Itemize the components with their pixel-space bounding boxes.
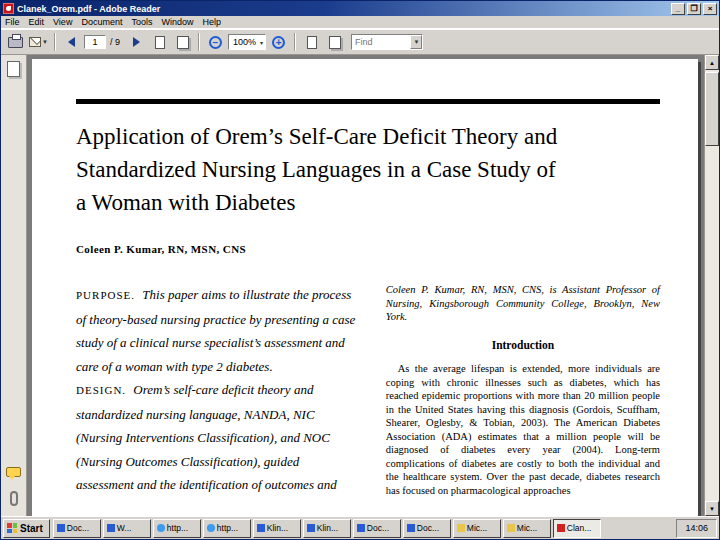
find-options-button[interactable]: ▼ bbox=[410, 35, 422, 49]
document-view[interactable]: Application of Orem’s Self-Care Deficit … bbox=[27, 55, 704, 516]
main-toolbar: ▼ / 9 − 100% ▾ + ▼ bbox=[1, 29, 719, 55]
menu-window[interactable]: Window bbox=[161, 17, 193, 27]
fit-width-icon bbox=[307, 36, 317, 49]
taskbar-button[interactable]: Doc... bbox=[53, 519, 101, 538]
scroll-up-button[interactable]: ▲ bbox=[705, 55, 719, 70]
taskbar-button[interactable]: http... bbox=[203, 519, 251, 538]
design-text: Orem’s self-care deficit theory and stan… bbox=[76, 382, 337, 492]
article-author: Coleen P. Kumar, RN, MSN, CNS bbox=[76, 243, 660, 255]
scroll-down-button[interactable]: ▼ bbox=[705, 501, 719, 516]
fit-width-button[interactable] bbox=[301, 33, 322, 52]
word-document-icon bbox=[57, 524, 65, 532]
toolbar-separator bbox=[198, 33, 200, 51]
printer-icon bbox=[8, 37, 23, 48]
taskbar-button[interactable]: Mic... bbox=[453, 519, 501, 538]
window-title: Clanek_Orem.pdf - Adobe Reader bbox=[17, 4, 669, 14]
scrollbar-thumb[interactable] bbox=[705, 72, 719, 146]
menu-bar: File Edit View Document Tools Window Hel… bbox=[1, 16, 719, 29]
pdf-page: Application of Orem’s Self-Care Deficit … bbox=[32, 59, 698, 516]
adobe-reader-window: Clanek_Orem.pdf - Adobe Reader _ ❐ × Fil… bbox=[0, 0, 720, 540]
pages-panel-icon[interactable] bbox=[7, 61, 20, 77]
print-button[interactable] bbox=[5, 33, 26, 52]
taskbar: Start Doc... W... http... http... Klin..… bbox=[1, 516, 719, 539]
find-input[interactable] bbox=[352, 36, 410, 48]
find-box: ▼ bbox=[351, 34, 423, 50]
abstract-column: PURPOSE. This paper aims to illustrate t… bbox=[76, 283, 356, 497]
close-button[interactable]: × bbox=[703, 3, 717, 15]
taskbar-button-label: Doc... bbox=[367, 523, 389, 533]
taskbar-button-label: Doc... bbox=[67, 523, 89, 533]
taskbar-button-label: Mic... bbox=[467, 523, 487, 533]
comments-panel-icon[interactable] bbox=[6, 467, 21, 477]
minimize-button[interactable]: _ bbox=[671, 3, 685, 15]
adobe-reader-icon bbox=[3, 3, 14, 14]
fit-page-button[interactable] bbox=[324, 33, 345, 52]
single-page-icon bbox=[155, 36, 165, 49]
scrollbar-track[interactable] bbox=[705, 70, 719, 501]
word-document-icon bbox=[257, 524, 265, 532]
start-label: Start bbox=[20, 523, 43, 534]
word-document-icon bbox=[357, 524, 365, 532]
continuous-pages-icon bbox=[177, 36, 189, 49]
taskbar-button-label: Doc... bbox=[417, 523, 439, 533]
taskbar-button[interactable]: Klin... bbox=[303, 519, 351, 538]
browser-icon bbox=[157, 524, 165, 532]
zoom-in-icon: + bbox=[272, 36, 285, 49]
taskbar-button[interactable]: http... bbox=[153, 519, 201, 538]
attachments-panel-icon[interactable] bbox=[10, 491, 18, 506]
title-rule bbox=[76, 99, 660, 104]
purpose-label: PURPOSE. bbox=[76, 289, 135, 301]
taskbar-button-label: Klin... bbox=[267, 523, 288, 533]
page-number-input[interactable] bbox=[84, 35, 106, 49]
single-page-view-button[interactable] bbox=[149, 33, 170, 52]
title-bar[interactable]: Clanek_Orem.pdf - Adobe Reader _ ❐ × bbox=[1, 1, 719, 16]
purpose-paragraph: PURPOSE. This paper aims to illustrate t… bbox=[76, 283, 356, 378]
taskbar-button-label: http... bbox=[217, 523, 238, 533]
taskbar-clock[interactable]: 14:06 bbox=[685, 523, 708, 533]
word-document-icon bbox=[307, 524, 315, 532]
taskbar-button-active[interactable]: Clan... bbox=[553, 519, 601, 538]
taskbar-button[interactable]: Klin... bbox=[253, 519, 301, 538]
toolbar-separator bbox=[294, 33, 296, 51]
word-document-icon bbox=[407, 524, 415, 532]
chevron-down-icon: ▾ bbox=[260, 39, 263, 46]
chevron-down-icon: ▼ bbox=[414, 39, 420, 45]
start-button[interactable]: Start bbox=[3, 519, 50, 538]
taskbar-button[interactable]: Doc... bbox=[403, 519, 451, 538]
task-button-strip: Doc... W... http... http... Klin... Klin… bbox=[53, 519, 674, 538]
envelope-icon bbox=[29, 37, 41, 47]
design-label: DESIGN. bbox=[76, 384, 126, 396]
zoom-out-button[interactable]: − bbox=[205, 33, 226, 52]
previous-page-button[interactable] bbox=[61, 33, 82, 52]
mail-icon bbox=[457, 524, 465, 532]
zoom-in-button[interactable]: + bbox=[268, 33, 289, 52]
taskbar-button[interactable]: Doc... bbox=[353, 519, 401, 538]
restore-button[interactable]: ❐ bbox=[687, 3, 701, 15]
menu-edit[interactable]: Edit bbox=[29, 17, 45, 27]
browser-icon bbox=[207, 524, 215, 532]
menu-help[interactable]: Help bbox=[202, 17, 221, 27]
menu-document[interactable]: Document bbox=[81, 17, 122, 27]
menu-file[interactable]: File bbox=[5, 17, 20, 27]
previous-page-icon bbox=[68, 37, 75, 47]
continuous-view-button[interactable] bbox=[172, 33, 193, 52]
article-title-line-2: Standardized Nursing Languages in a Case… bbox=[76, 153, 660, 186]
fit-page-icon bbox=[329, 36, 341, 49]
taskbar-button-label: W... bbox=[117, 523, 132, 533]
taskbar-button[interactable]: Mic... bbox=[503, 519, 551, 538]
menu-view[interactable]: View bbox=[53, 17, 72, 27]
taskbar-button-label: http... bbox=[167, 523, 188, 533]
author-affiliation: Coleen P. Kumar, RN, MSN, CNS, is Assist… bbox=[386, 283, 660, 324]
next-page-icon bbox=[133, 37, 140, 47]
menu-tools[interactable]: Tools bbox=[131, 17, 152, 27]
mail-icon bbox=[507, 524, 515, 532]
email-button[interactable]: ▼ bbox=[28, 33, 49, 52]
article-title: Application of Orem’s Self-Care Deficit … bbox=[76, 120, 660, 219]
introduction-heading: Introduction bbox=[386, 339, 660, 353]
taskbar-button[interactable]: W... bbox=[103, 519, 151, 538]
vertical-scrollbar[interactable]: ▲ ▼ bbox=[704, 55, 719, 516]
zoom-level-select[interactable]: 100% ▾ bbox=[228, 34, 266, 50]
next-page-button[interactable] bbox=[126, 33, 147, 52]
windows-logo-icon bbox=[7, 523, 17, 533]
system-tray: 14:06 bbox=[676, 519, 717, 538]
